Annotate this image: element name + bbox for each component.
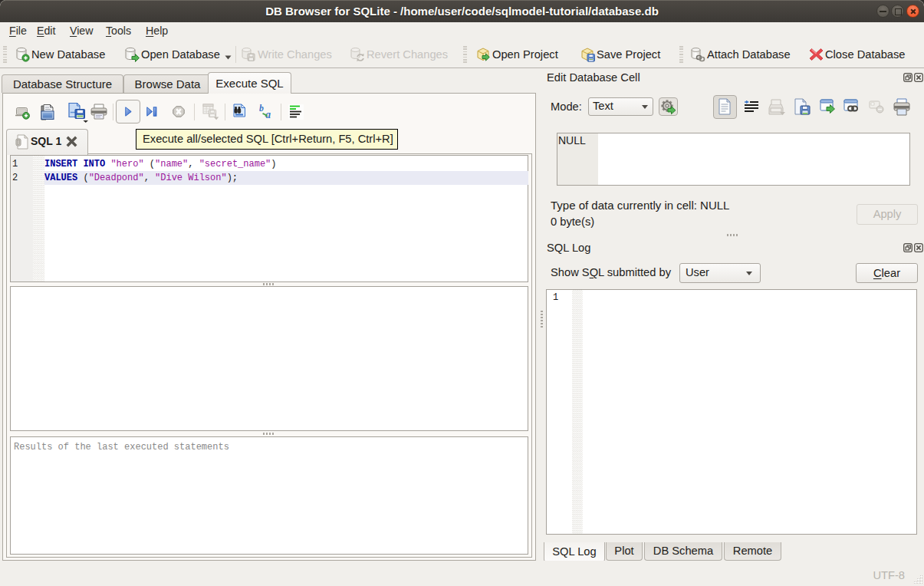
svg-text:b: b	[259, 104, 264, 114]
